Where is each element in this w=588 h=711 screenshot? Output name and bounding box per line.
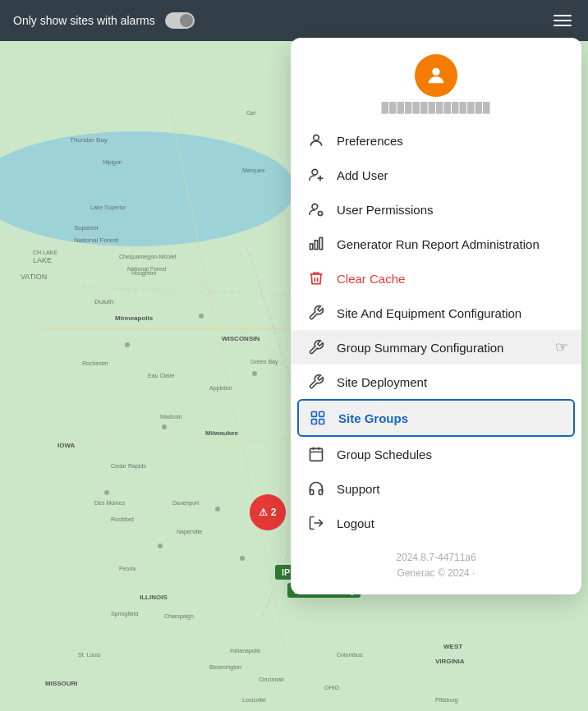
menu-item-site-groups[interactable]: Site Groups	[297, 399, 575, 437]
menu-item-site-equipment-config[interactable]: Site And Equipment Configuration	[291, 296, 581, 330]
svg-text:Madison: Madison	[160, 414, 182, 420]
group-schedules-label: Group Schedules	[337, 447, 565, 461]
svg-text:VATION: VATION	[21, 273, 47, 281]
svg-text:Minneapolis: Minneapolis	[115, 314, 154, 322]
svg-text:Peoria: Peoria	[119, 566, 136, 571]
preferences-label: Preferences	[337, 134, 565, 148]
svg-point-64	[314, 135, 319, 140]
grid-icon	[309, 409, 327, 427]
svg-text:CH LAKE: CH LAKE	[33, 250, 57, 255]
svg-line-72	[318, 212, 319, 213]
headset-icon	[307, 479, 325, 498]
calendar-icon	[307, 445, 325, 463]
menu-item-logout[interactable]: Logout	[291, 506, 581, 540]
svg-point-9	[199, 314, 204, 319]
dropdown-menu: ██████████████ Preferences Add User	[291, 38, 581, 594]
person-icon	[307, 131, 325, 149]
svg-text:Eau Claire: Eau Claire	[148, 373, 175, 378]
svg-text:Cedar Rapids: Cedar Rapids	[111, 463, 146, 470]
clear-cache-label: Clear Cache	[337, 272, 565, 286]
site-groups-label: Site Groups	[338, 411, 563, 425]
svg-text:WISCONSIN: WISCONSIN	[222, 335, 260, 342]
trash-icon	[307, 269, 325, 287]
add-user-label: Add User	[337, 168, 565, 182]
svg-text:Naperville: Naperville	[177, 529, 202, 535]
svg-text:MISSOURI: MISSOURI	[45, 680, 78, 687]
svg-text:Rockford: Rockford	[111, 516, 134, 522]
svg-text:Pittsburg: Pittsburg	[435, 697, 458, 704]
svg-text:VIRGINIA: VIRGINIA	[435, 658, 465, 665]
svg-text:Green Bay: Green Bay	[250, 359, 278, 365]
wrench-icon-2	[307, 338, 325, 356]
svg-text:Thunder Bay: Thunder Bay	[70, 136, 108, 144]
site-equipment-config-label: Site And Equipment Configuration	[337, 306, 565, 320]
svg-point-68	[312, 204, 318, 209]
menu-item-add-user[interactable]: Add User	[291, 158, 581, 192]
svg-point-13	[104, 490, 109, 495]
footer-version: 2024.8.7-44711a6 Generac © 2024 ·	[291, 540, 581, 581]
svg-text:Champaign: Champaign	[164, 613, 194, 620]
alert-badge[interactable]: ⚠ 2	[250, 494, 286, 530]
svg-point-63	[432, 68, 439, 76]
svg-line-73	[322, 214, 323, 215]
svg-rect-83	[310, 448, 323, 461]
svg-text:IOWA: IOWA	[57, 442, 76, 449]
toggle-label: Only show sites with alarms	[13, 14, 155, 27]
svg-text:Milwaukee: Milwaukee	[205, 429, 239, 437]
svg-text:LAKE: LAKE	[33, 256, 52, 264]
svg-text:Indianapolis: Indianapolis	[230, 648, 261, 654]
menu-item-user-permissions[interactable]: User Permissions	[291, 192, 581, 227]
svg-text:Ger: Ger	[246, 110, 256, 116]
svg-text:National Forest: National Forest	[127, 266, 167, 272]
toggle-knob	[180, 14, 193, 27]
hamburger-line-3	[554, 25, 572, 26]
menu-item-generator-run-report[interactable]: Generator Run Report Administration	[291, 227, 581, 261]
svg-rect-75	[315, 241, 317, 250]
svg-text:OHIO: OHIO	[324, 685, 339, 690]
svg-text:Lake Superior: Lake Superior	[90, 204, 126, 211]
svg-text:Duluth: Duluth	[94, 298, 113, 305]
group-summary-config-label: Group Summary Configuration	[337, 341, 565, 355]
menu-item-site-deployment[interactable]: Site Deployment	[291, 365, 581, 399]
wrench-icon-1	[307, 304, 325, 322]
user-avatar	[415, 54, 457, 97]
logout-label: Logout	[337, 516, 565, 530]
svg-text:Marquee: Marquee	[242, 167, 265, 174]
user-email: ██████████████	[381, 102, 490, 113]
wrench-icon-3	[307, 373, 325, 391]
svg-text:Nipigon: Nipigon	[103, 159, 122, 166]
menu-item-clear-cache[interactable]: Clear Cache	[291, 261, 581, 296]
menu-item-group-summary-config[interactable]: Group Summary Configuration ☞	[291, 330, 581, 365]
svg-point-69	[319, 212, 323, 216]
hamburger-line-2	[554, 20, 572, 21]
menu-item-group-schedules[interactable]: Group Schedules	[291, 437, 581, 471]
svg-text:Rochester: Rochester	[82, 360, 109, 366]
svg-rect-81	[312, 420, 317, 424]
svg-point-16	[240, 556, 245, 561]
menu-item-preferences[interactable]: Preferences	[291, 123, 581, 158]
svg-rect-74	[310, 244, 313, 250]
person-settings-icon	[307, 200, 325, 218]
person-add-icon	[307, 166, 325, 184]
svg-point-65	[312, 169, 318, 175]
svg-rect-82	[319, 420, 324, 424]
svg-text:Appleton: Appleton	[209, 385, 232, 392]
menu-item-support[interactable]: Support	[291, 471, 581, 506]
svg-text:Chequamegon-Nicolet: Chequamegon-Nicolet	[119, 254, 177, 260]
svg-text:ILLINOIS: ILLINOIS	[140, 594, 168, 601]
svg-point-12	[162, 424, 167, 429]
svg-text:Superior: Superior	[74, 224, 99, 232]
svg-text:WEST: WEST	[443, 643, 462, 650]
svg-text:Columbus: Columbus	[337, 652, 363, 658]
support-label: Support	[337, 482, 565, 496]
logout-icon	[307, 514, 325, 532]
copyright-text: Generac © 2024 ·	[291, 566, 581, 581]
site-deployment-label: Site Deployment	[337, 375, 565, 389]
hamburger-button[interactable]	[550, 11, 575, 30]
user-section: ██████████████	[291, 38, 581, 123]
svg-text:Louisville: Louisville	[242, 697, 266, 703]
alarms-toggle[interactable]	[165, 12, 195, 29]
svg-point-15	[158, 544, 163, 548]
svg-point-10	[252, 371, 257, 376]
svg-text:Bloomington: Bloomington	[209, 664, 241, 671]
